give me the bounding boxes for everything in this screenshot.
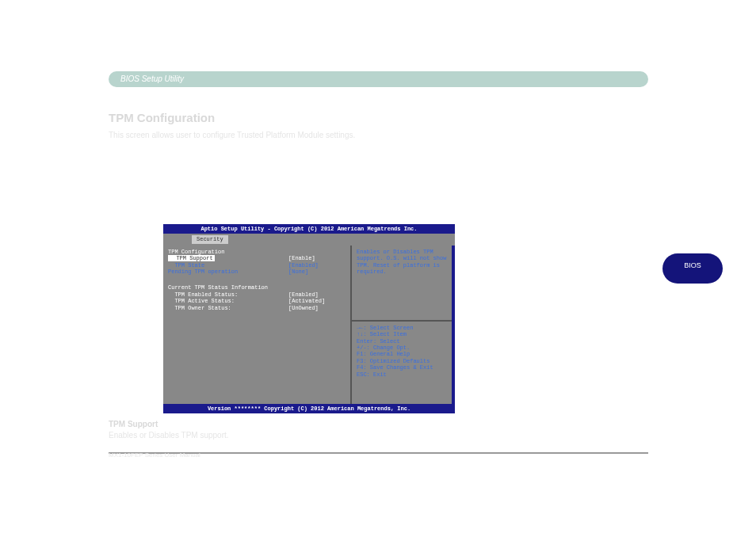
key-hint: +/-: Change Opt. [357, 345, 447, 351]
status-value: [Activated] [288, 298, 325, 304]
help-line: TPM. Reset of platform is [357, 262, 447, 268]
option-desc: Enables or Disables TPM support. [109, 431, 229, 440]
key-hint: ESC: Exit [357, 371, 447, 378]
item-tpm-state[interactable]: TPM State [Enabled] [168, 262, 346, 268]
page-desc: This screen allows user to configure Tru… [109, 131, 355, 139]
item-label: TPM Support [168, 255, 215, 261]
badge-text: BIOS [662, 253, 723, 269]
status-value: [UnOwned] [288, 305, 319, 311]
status-label: TPM Active Status: [168, 298, 288, 304]
bios-main: TPM Configuration TPM Support [Enable] T… [163, 246, 455, 404]
item-label: TPM State [168, 262, 288, 268]
item-value: [Enable] [288, 255, 315, 261]
bios-key-help: →←: Select Screen ↑↓: Select Item Enter:… [357, 322, 447, 378]
key-hint: F3: Optimized Defaults [357, 358, 447, 364]
bios-help-text: Enables or Disables TPM support. O.S. wi… [357, 249, 447, 320]
bios-tab-security[interactable]: Security [192, 235, 228, 243]
status-enabled: TPM Enabled Status: [Enabled] [168, 291, 346, 298]
item-value: [None] [288, 268, 308, 275]
help-line: support. O.S. will not show [357, 255, 447, 261]
status-value: [Enabled] [288, 291, 319, 298]
item-label: Pending TPM operation [168, 268, 288, 275]
bios-left-pane: TPM Configuration TPM Support [Enable] T… [163, 246, 350, 404]
side-badge: BIOS [662, 253, 723, 284]
key-hint: →←: Select Screen [357, 325, 447, 331]
page-title: TPM Configuration [109, 111, 215, 124]
section-header-bar [109, 71, 648, 87]
status-label: TPM Owner Status: [168, 305, 288, 311]
bios-footer: Version ******** Copyright (C) 2012 Amer… [163, 404, 455, 413]
key-hint: ↑↓: Select Item [357, 331, 447, 337]
item-tpm-support[interactable]: TPM Support [Enable] [168, 255, 346, 261]
status-label: TPM Enabled Status: [168, 291, 288, 298]
item-value: [Enabled] [288, 262, 319, 268]
key-hint: Enter: Select [357, 338, 447, 345]
option-name: TPM Support [109, 420, 158, 428]
footer-left: MX1-10FEP Series User Manual [109, 451, 200, 459]
key-hint: F1: General Help [357, 351, 447, 357]
item-pending-op[interactable]: Pending TPM operation [None] [168, 268, 346, 275]
bios-window: Aptio Setup Utility - Copyright (C) 2012… [163, 224, 455, 407]
section-tpm-config: TPM Configuration [168, 249, 346, 255]
help-line: Enables or Disables TPM [357, 249, 447, 255]
key-hint: F4: Save Changes & Exit [357, 364, 447, 371]
status-owner: TPM Owner Status: [UnOwned] [168, 305, 346, 311]
bios-title: Aptio Setup Utility - Copyright (C) 2012… [163, 224, 455, 234]
section-status-info: Current TPM Status Information [168, 284, 346, 291]
help-line: required. [357, 268, 447, 275]
section-header-text: BIOS Setup Utility [120, 74, 184, 83]
bios-tab-row: Security [163, 234, 455, 245]
status-active: TPM Active Status: [Activated] [168, 298, 346, 304]
bios-right-pane: Enables or Disables TPM support. O.S. wi… [350, 246, 452, 404]
